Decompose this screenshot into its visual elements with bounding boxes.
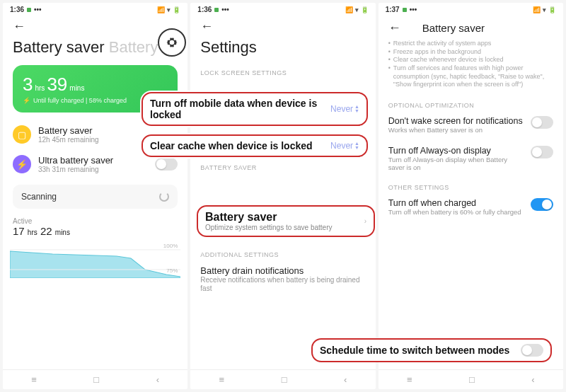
callout-clear-cache-locked[interactable]: Clear cache when device is locked Never▲… [142,134,368,157]
callout-battery-saver-setting[interactable]: Battery saver Optimize system settings t… [197,205,375,237]
dont-wake-screen-setting[interactable]: Don't wake screen for notificationsWorks… [379,110,563,139]
saver-description: •Restrict the activity of system apps •F… [379,37,563,95]
wifi-icon: ▾ [167,6,171,13]
spinner-icon [159,192,169,202]
nav-bar: ≡ □ ‹ [190,369,375,389]
section-other: OTHER SETTINGS [379,177,563,192]
panel-battery-saver-detail: 1:37••• 📶▾🔋 ← Battery saver •Restrict th… [379,3,563,389]
turn-off-aod-setting[interactable]: Turn off Always-on displayTurn off Alway… [379,140,563,178]
dont-wake-toggle[interactable] [531,116,553,129]
status-time: 1:36 [10,6,24,13]
status-bar: 1:36••• 📶▾🔋 [3,3,187,15]
bolt-icon: ⚡ [23,97,30,104]
back-button[interactable]: ← [13,19,25,34]
nav-bar: ≡ □ ‹ [379,369,563,389]
schedule-toggle[interactable] [521,344,543,357]
callout-mobile-data-locked[interactable]: Turn off mobile data when device is lock… [142,92,368,126]
ultra-saver-toggle[interactable] [155,158,178,171]
nav-home-icon[interactable]: □ [93,374,99,385]
page-title: Battery saver [422,19,553,37]
active-time-block: Active 17 hrs 22 mins [3,214,187,240]
status-bar: 1:37••• 📶▾🔋 [379,3,563,15]
back-button[interactable]: ← [200,19,213,34]
nav-menu-icon[interactable]: ≡ [31,374,37,385]
battery-status-icon: 🔋 [361,6,369,13]
updown-icon: ▲▼ [354,105,359,113]
battery-status-icon: 🔋 [173,6,180,13]
battery-chart: 100% 75% [10,243,180,278]
section-optional: OPTIONAL OPTIMIZATION [379,95,563,110]
chevron-right-icon: › [364,217,366,225]
nav-home-icon[interactable]: □ [469,374,475,385]
back-button[interactable]: ← [388,21,401,35]
bolt-icon: ⚡ [13,155,31,173]
wifi-icon: ▾ [543,6,546,13]
battery-status-icon: 🔋 [548,6,556,13]
signal-icon: 📶 [345,6,353,13]
signal-icon: 📶 [157,6,165,13]
nav-back-icon[interactable]: ‹ [344,374,347,385]
nav-bar: ≡ □ ‹ [3,369,187,389]
turn-off-when-charged-setting[interactable]: Turn off when chargedTurn off when batte… [379,192,563,221]
panel-battery-saver-main: 1:36••• 📶▾🔋 ← Battery saver Battery 3hrs… [3,3,187,389]
status-bar: 1:36••• 📶▾🔋 [190,3,375,15]
updown-icon: ▲▼ [354,142,359,150]
wifi-icon: ▾ [355,6,359,13]
section-lock-screen: LOCK SCREEN SETTINGS [190,62,375,78]
nav-home-icon[interactable]: □ [282,374,287,385]
page-title: Settings [190,34,375,62]
status-indicator-icon [214,8,219,12]
charged-toggle[interactable] [531,198,553,211]
callout-schedule-modes[interactable]: Schedule time to switch between modes [311,338,552,362]
panel-settings: 1:36••• 📶▾🔋 ← Settings LOCK SCREEN SETTI… [190,3,375,389]
nav-back-icon[interactable]: ‹ [156,374,159,385]
section-additional: ADDITIONAL SETTINGS [190,244,375,260]
status-indicator-icon [27,8,31,12]
section-battery-saver: BATTERY SAVER [190,157,375,173]
nav-menu-icon[interactable]: ≡ [219,374,225,385]
signal-icon: 📶 [533,6,541,13]
battery-icon: ▢ [13,125,31,144]
status-indicator-icon [403,8,407,12]
nav-back-icon[interactable]: ‹ [531,374,534,385]
aod-toggle[interactable] [531,146,553,158]
gear-icon [165,35,179,50]
scanning-card[interactable]: Scanning [13,185,178,209]
status-dots: ••• [34,6,42,13]
nav-menu-icon[interactable]: ≡ [407,374,412,385]
battery-drain-notif-setting[interactable]: Battery drain notifications Receive noti… [190,260,375,299]
